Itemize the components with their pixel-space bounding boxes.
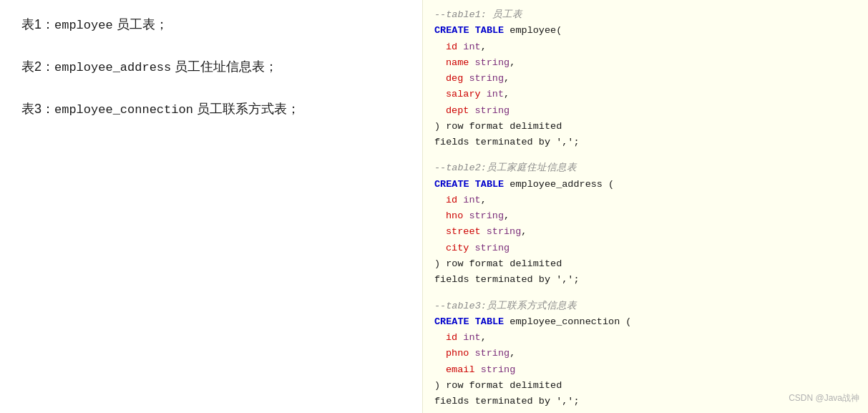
- col-deg-1: deg string,: [434, 71, 857, 87]
- row-format-1: ) row format delimited: [434, 119, 857, 135]
- watermark: CSDN @Java战神: [789, 392, 859, 406]
- create-3: CREATE TABLE employee_connection (: [434, 314, 857, 330]
- row-format-2: ) row format delimited: [434, 256, 857, 272]
- col-id-1: id int,: [434, 39, 857, 55]
- code-panel: --table1: 员工表 CREATE TABLE employee( id …: [422, 0, 868, 413]
- col-hno-2: hno string,: [434, 208, 857, 224]
- col-id-2: id int,: [434, 193, 857, 208]
- fields-terminated-2: fields terminated by ',';: [434, 272, 857, 288]
- col-salary-1: salary int,: [434, 87, 857, 102]
- col-id-3: id int,: [434, 330, 857, 346]
- col-email-3: email string: [434, 362, 857, 378]
- table2-item: 表2：employee_address 员工住址信息表；: [21, 57, 401, 77]
- table1-label: 表1：employee 员工表；: [21, 17, 168, 31]
- comment-2: --table2:员工家庭住址信息表: [434, 160, 857, 176]
- code-block-1: --table1: 员工表 CREATE TABLE employee( id …: [434, 7, 857, 150]
- col-street-2: street string,: [434, 224, 857, 240]
- col-name-1: name string,: [434, 55, 857, 71]
- table3-item: 表3：employee_connection 员工联系方式表；: [21, 99, 401, 120]
- table1-item: 表1：employee 员工表；: [21, 14, 401, 35]
- col-phno-3: phno string,: [434, 346, 857, 361]
- left-panel: 表1：employee 员工表； 表2：employee_address 员工住…: [0, 0, 422, 413]
- fields-terminated-1: fields terminated by ',';: [434, 135, 857, 150]
- create-1: CREATE TABLE employee(: [434, 23, 857, 39]
- code-block-2: --table2:员工家庭住址信息表 CREATE TABLE employee…: [434, 160, 857, 288]
- create-2: CREATE TABLE employee_address (: [434, 177, 857, 193]
- comment-1: --table1: 员工表: [434, 7, 857, 23]
- table2-label: 表2：employee_address 员工住址信息表；: [21, 59, 278, 74]
- comment-3: --table3:员工联系方式信息表: [434, 298, 857, 314]
- col-city-2: city string: [434, 240, 857, 256]
- col-dept-1: dept string: [434, 103, 857, 119]
- table3-label: 表3：employee_connection 员工联系方式表；: [21, 102, 300, 116]
